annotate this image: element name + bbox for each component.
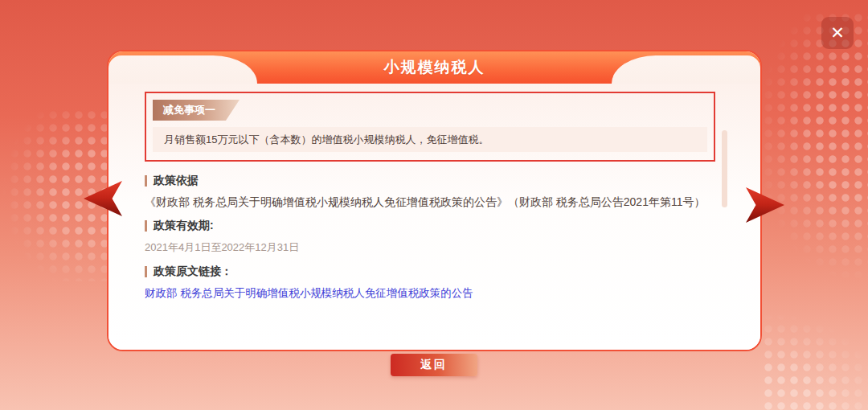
halftone-dots-right-top <box>762 11 868 289</box>
back-button[interactable]: 返回 <box>391 354 477 376</box>
section-label-policy-basis: 政策依据 <box>145 174 715 188</box>
close-icon: ✕ <box>830 23 845 43</box>
dialog-title: 小规模纳税人 <box>108 51 760 84</box>
highlight-tag: 减免事项一 <box>153 100 240 121</box>
policy-period-text: 2021年4月1日至2022年12月31日 <box>145 240 715 255</box>
modal-backdrop: ✕ 小规模纳税人 减免事项一 月销售额15万元以下（含本数）的增值税小规模纳税人… <box>0 0 868 410</box>
section-label-policy-period: 政策有效期: <box>145 219 715 233</box>
policy-original-link[interactable]: 财政部 税务总局关于明确增值税小规模纳税人免征增值税政策的公告 <box>145 286 715 301</box>
close-button[interactable]: ✕ <box>821 17 854 49</box>
dialog-body: 减免事项一 月销售额15万元以下（含本数）的增值税小规模纳税人，免征增值税。 政… <box>108 84 760 350</box>
section-label-policy-link: 政策原文链接： <box>145 264 715 279</box>
section-marker-icon <box>145 220 147 232</box>
section-label-text: 政策原文链接： <box>154 264 232 279</box>
section-marker-icon <box>145 175 147 187</box>
policy-scroll-area: 减免事项一 月销售额15万元以下（含本数）的增值税小规模纳税人，免征增值税。 政… <box>108 84 760 305</box>
section-label-text: 政策有效期: <box>154 219 214 233</box>
scrollbar-thumb[interactable] <box>722 130 727 207</box>
highlight-text: 月销售额15万元以下（含本数）的增值税小规模纳税人，免征增值税。 <box>153 127 707 152</box>
section-marker-icon <box>145 266 147 277</box>
halftone-dots-right-bottom <box>762 310 868 410</box>
highlight-box: 减免事项一 月销售额15万元以下（含本数）的增值税小规模纳税人，免征增值税。 <box>145 92 715 162</box>
policy-basis-text: 《财政部 税务总局关于明确增值税小规模纳税人免征增值税政策的公告》（财政部 税务… <box>145 195 715 209</box>
policy-dialog: 小规模纳税人 减免事项一 月销售额15万元以下（含本数）的增值税小规模纳税人，免… <box>107 50 762 351</box>
section-label-text: 政策依据 <box>154 174 199 188</box>
